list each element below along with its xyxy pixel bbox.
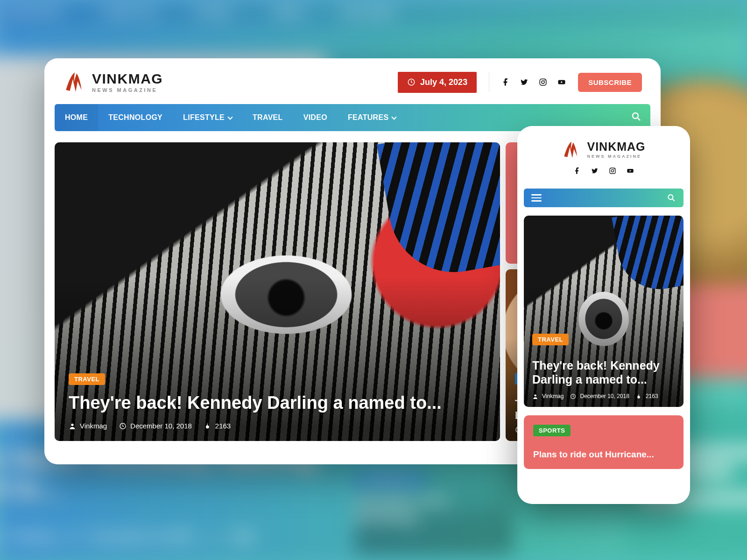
header: VINKMAG NEWS MAGAZINE July 4, 2023 SUBSC… xyxy=(44,58,661,104)
nav-lifestyle[interactable]: LIFESTYLE xyxy=(173,104,242,131)
svg-point-3 xyxy=(544,80,545,81)
svg-point-2 xyxy=(542,81,544,84)
mobile-hero-title: They're back! Kennedy Darling a named to… xyxy=(532,358,675,386)
mobile-hero-card[interactable]: TRAVEL They're back! Kennedy Darling a n… xyxy=(524,216,684,407)
hero-meta: Vinkmag December 10, 2018 2163 xyxy=(69,422,486,430)
hero-card[interactable]: TRAVEL They're back! Kennedy Darling a n… xyxy=(55,142,500,441)
clock-icon xyxy=(119,422,127,430)
mobile-card-sports[interactable]: SPORTS Plans to ride out Hurricane... xyxy=(524,415,684,469)
instagram-icon[interactable] xyxy=(539,78,547,86)
clock-icon xyxy=(407,78,416,86)
flame-icon xyxy=(636,393,642,399)
brand-tagline: NEWS MAGAZINE xyxy=(92,88,163,93)
twitter-icon[interactable] xyxy=(591,167,599,175)
youtube-icon[interactable] xyxy=(627,167,634,175)
nav-video[interactable]: VIDEO xyxy=(293,104,338,131)
bg-tech-card: TECHNOLOGY Tourism in Dubooming... xyxy=(355,471,514,555)
chevron-down-icon xyxy=(227,114,233,119)
hero-title: They're back! Kennedy Darling a named to… xyxy=(69,392,486,413)
hamburger-menu-icon[interactable] xyxy=(531,194,542,202)
svg-point-14 xyxy=(668,195,673,199)
flame-icon xyxy=(204,422,211,430)
search-icon xyxy=(631,111,642,122)
mobile-social-links xyxy=(573,167,634,175)
svg-point-12 xyxy=(614,169,615,170)
category-tag-travel[interactable]: TRAVEL xyxy=(532,334,569,345)
date-badge: July 4, 2023 xyxy=(398,72,477,93)
search-icon[interactable] xyxy=(667,193,676,203)
mobile-logo[interactable]: VINKMAG NEWS MAGAZINE xyxy=(562,140,645,160)
user-icon xyxy=(69,422,76,430)
nav-search-button[interactable] xyxy=(631,111,642,124)
category-tag-travel[interactable]: TRAVEL xyxy=(69,373,105,385)
user-icon xyxy=(532,393,538,399)
brand-name: VINKMAG xyxy=(92,72,163,86)
facebook-icon[interactable] xyxy=(573,167,581,175)
svg-point-15 xyxy=(534,394,536,396)
bg-hero-meta: ◉Vinkmag ◔December 10, 2018 ▲2163 xyxy=(0,530,254,543)
nav-technology[interactable]: TECHNOLOGY xyxy=(98,104,173,131)
youtube-icon[interactable] xyxy=(557,78,566,86)
mobile-header: VINKMAG NEWS MAGAZINE xyxy=(517,126,690,181)
logo[interactable]: VINKMAG NEWS MAGAZINE xyxy=(63,70,163,94)
mobile-navbar xyxy=(524,189,684,207)
brand-name: VINKMAG xyxy=(587,141,645,153)
svg-point-5 xyxy=(633,113,638,119)
clock-icon xyxy=(570,393,576,399)
nav-travel[interactable]: TRAVEL xyxy=(242,104,293,131)
mobile-preview: VINKMAG NEWS MAGAZINE TRAVEL They're bac… xyxy=(517,126,690,504)
chevron-down-icon xyxy=(392,114,397,119)
bg-nav: CHNOLOGYLIFESTYLE TRAVELVIDEO FEATURES xyxy=(0,0,747,28)
svg-point-11 xyxy=(611,169,613,172)
svg-point-6 xyxy=(71,423,73,426)
mobile-hero-meta: Vinkmag December 10, 2018 2163 xyxy=(532,393,675,399)
date-text: July 4, 2023 xyxy=(420,77,467,87)
twitter-icon[interactable] xyxy=(520,78,529,86)
divider xyxy=(489,72,489,92)
mobile-card-title: Plans to ride out Hurricane... xyxy=(533,449,674,460)
social-links xyxy=(501,78,566,86)
nav-home[interactable]: HOME xyxy=(55,104,98,131)
category-tag-sports[interactable]: SPORTS xyxy=(533,425,571,436)
brand-tagline: NEWS MAGAZINE xyxy=(587,154,645,159)
facebook-icon[interactable] xyxy=(501,78,510,86)
instagram-icon[interactable] xyxy=(609,167,616,175)
nav-features[interactable]: FEATURES xyxy=(338,104,406,131)
subscribe-button[interactable]: SUBSCRIBE xyxy=(578,73,642,92)
